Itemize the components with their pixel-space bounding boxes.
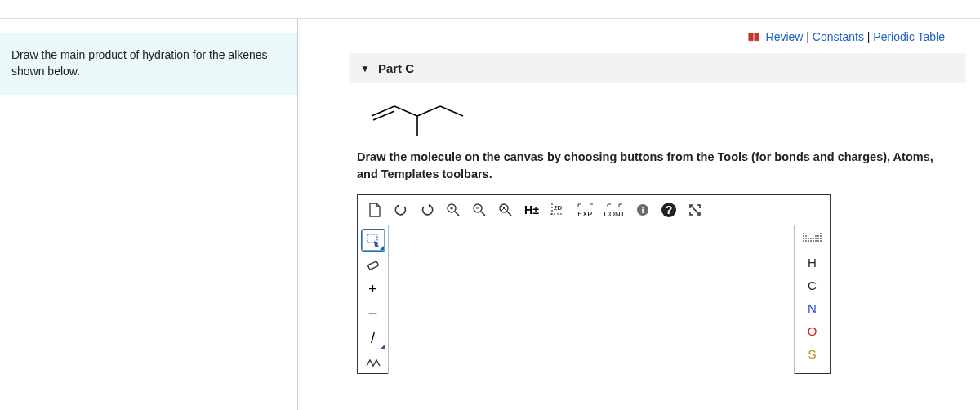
- atom-c-button[interactable]: C: [799, 274, 826, 296]
- undo-button[interactable]: [389, 198, 413, 221]
- svg-rect-43: [805, 240, 807, 242]
- svg-rect-39: [815, 238, 817, 239]
- charge-plus-button[interactable]: +: [361, 278, 385, 301]
- svg-rect-29: [803, 235, 804, 237]
- drawing-canvas[interactable]: [389, 225, 794, 374]
- svg-line-1: [373, 111, 394, 120]
- svg-rect-40: [817, 238, 819, 239]
- fullscreen-icon: [688, 203, 702, 216]
- contract-corners-icon: [606, 203, 624, 209]
- svg-rect-36: [808, 238, 809, 239]
- single-bond-button[interactable]: /: [361, 327, 385, 350]
- molecule-structure: [363, 91, 965, 137]
- svg-rect-26: [368, 261, 378, 270]
- expand-corners-icon: [577, 203, 595, 209]
- minus-label: −: [368, 305, 378, 323]
- svg-rect-46: [813, 240, 814, 242]
- help-button[interactable]: ?: [657, 198, 681, 221]
- zoom-out-button[interactable]: [467, 198, 492, 221]
- atom-s-button[interactable]: S: [799, 343, 826, 364]
- view-2d-icon: 2D: [549, 202, 567, 218]
- svg-text:2D: 2D: [554, 204, 562, 212]
- redo-icon: [420, 203, 434, 216]
- atom-o-button[interactable]: O: [799, 320, 826, 341]
- chain-icon: [365, 356, 381, 369]
- svg-rect-38: [813, 238, 814, 239]
- svg-text:?: ?: [666, 203, 673, 216]
- svg-rect-28: [820, 233, 822, 234]
- zoom-in-icon: [446, 203, 461, 217]
- hydrogen-toggle-button[interactable]: H±: [519, 198, 544, 221]
- svg-rect-34: [803, 238, 804, 239]
- expand-label: EXP.: [577, 203, 595, 218]
- file-icon: [368, 203, 381, 217]
- svg-line-0: [372, 106, 394, 116]
- svg-rect-47: [815, 240, 817, 242]
- svg-rect-45: [810, 240, 812, 242]
- contract-label: CONT.: [604, 203, 626, 218]
- svg-line-3: [417, 106, 440, 116]
- svg-rect-42: [803, 240, 804, 242]
- svg-line-24: [691, 206, 699, 214]
- info-button[interactable]: i: [630, 198, 655, 221]
- svg-rect-37: [810, 238, 812, 239]
- left-column: Draw the main product of hydration for t…: [0, 19, 298, 410]
- periodic-table-link[interactable]: Periodic Table: [873, 30, 945, 43]
- svg-rect-33: [820, 235, 822, 237]
- collapse-caret-icon: ▼: [360, 63, 370, 74]
- eraser-icon: [366, 257, 381, 272]
- drawing-editor: H± 2D EXP.: [357, 194, 831, 374]
- svg-rect-48: [817, 240, 819, 242]
- periodic-grid-icon: [802, 232, 823, 247]
- dropdown-corner-icon: [380, 246, 384, 250]
- right-column: Review | Constants | Periodic Table ▼ Pa…: [298, 19, 980, 410]
- question-box: Draw the main product of hydration for t…: [0, 33, 297, 95]
- periodic-table-button[interactable]: [799, 229, 826, 250]
- svg-text:i: i: [641, 205, 644, 215]
- svg-rect-31: [815, 235, 817, 237]
- svg-rect-27: [803, 233, 804, 234]
- hydrogen-toggle-label: H±: [524, 203, 539, 216]
- left-toolbar: + − /: [358, 225, 389, 374]
- part-label: Part C: [378, 61, 414, 75]
- redo-button[interactable]: [415, 198, 439, 221]
- svg-line-14: [507, 212, 511, 216]
- svg-rect-25: [368, 234, 377, 243]
- select-tool-button[interactable]: [361, 229, 385, 252]
- eraser-tool-button[interactable]: [361, 253, 385, 276]
- atom-h-button[interactable]: H: [799, 252, 826, 273]
- book-icon: [748, 33, 760, 42]
- svg-rect-35: [805, 238, 807, 239]
- svg-rect-49: [820, 240, 822, 242]
- expand-button[interactable]: EXP.: [572, 198, 599, 221]
- contract-button[interactable]: CONT.: [601, 198, 629, 221]
- svg-line-11: [481, 212, 485, 216]
- separator: |: [867, 30, 871, 43]
- chain-bond-button[interactable]: [361, 351, 385, 374]
- zoom-fit-button[interactable]: [493, 198, 518, 221]
- zoom-fit-icon: [498, 203, 513, 217]
- plus-label: +: [368, 281, 377, 298]
- top-links: Review | Constants | Periodic Table: [298, 19, 965, 50]
- atom-n-button[interactable]: N: [799, 297, 826, 319]
- svg-rect-30: [805, 235, 807, 237]
- zoom-in-button[interactable]: [441, 198, 466, 221]
- zoom-out-icon: [472, 203, 487, 217]
- part-header[interactable]: ▼ Part C: [349, 53, 965, 83]
- review-link[interactable]: Review: [766, 30, 804, 43]
- view-2d-button[interactable]: 2D: [546, 198, 570, 221]
- svg-line-2: [394, 106, 417, 116]
- svg-rect-44: [808, 240, 809, 242]
- constants-link[interactable]: Constants: [813, 30, 864, 43]
- new-file-button[interactable]: [363, 198, 387, 221]
- help-icon: ?: [661, 202, 677, 218]
- svg-line-7: [455, 212, 459, 216]
- instructions-text: Draw the molecule on the canvas by choos…: [357, 149, 945, 183]
- separator: |: [806, 30, 809, 43]
- fullscreen-button[interactable]: [683, 198, 707, 221]
- info-icon: i: [635, 203, 650, 217]
- question-text: Draw the main product of hydration for t…: [11, 48, 268, 78]
- charge-minus-button[interactable]: −: [361, 302, 385, 325]
- top-toolbar: H± 2D EXP.: [358, 195, 830, 225]
- svg-line-4: [440, 106, 463, 116]
